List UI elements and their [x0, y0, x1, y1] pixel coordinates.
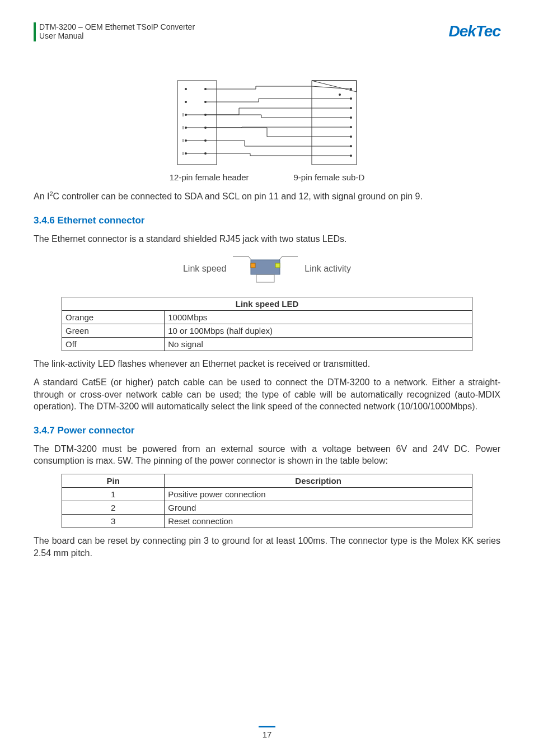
header-title: DTM-3200 – OEM Ethernet TSoIP Converter	[39, 22, 195, 31]
link-activity-label: Link activity	[305, 264, 351, 274]
header-subtitle: User Manual	[39, 31, 195, 40]
led-color: Orange	[62, 310, 165, 324]
i2c-paragraph: An I2C controller can be connected to SD…	[34, 190, 500, 203]
svg-rect-31	[275, 263, 280, 268]
page-number: 17	[0, 730, 534, 739]
caption-right: 9-pin female sub-D	[294, 172, 365, 182]
led-color: Green	[62, 324, 165, 337]
svg-rect-1	[312, 81, 357, 165]
ethernet-intro: The Ethernet connector is a standard shi…	[34, 233, 500, 245]
diagram-captions: 12-pin female header 9-pin female sub-D	[34, 172, 500, 182]
power-pin-table: Pin Description 1 Positive power connect…	[62, 474, 472, 528]
led-color: Off	[62, 337, 165, 351]
rj45-diagram-row: Link speed Link activity	[34, 252, 500, 286]
svg-point-5	[185, 101, 187, 103]
i2c-prefix: An I	[34, 192, 49, 201]
cat5e-paragraph: A standard Cat5E (or higher) patch cable…	[34, 376, 500, 413]
svg-rect-29	[256, 274, 274, 282]
led-meaning: No signal	[165, 337, 472, 351]
link-speed-led-table: Link speed LED Orange 1000Mbps Green 10 …	[62, 297, 472, 351]
page-footer: 17	[0, 726, 534, 739]
reset-paragraph: The board can be reset by connecting pin…	[34, 535, 500, 559]
led-meaning: 10 or 100Mbps (half duplex)	[165, 324, 472, 337]
led-meaning: 1000Mbps	[165, 310, 472, 324]
i2c-rest: C controller can be connected to SDA and…	[53, 192, 423, 201]
header-left: DTM-3200 – OEM Ethernet TSoIP Converter …	[34, 22, 195, 41]
svg-point-23	[339, 94, 341, 96]
table-row: Off No signal	[62, 337, 472, 351]
pin-number: 3	[62, 515, 165, 528]
pin-desc: Reset connection	[165, 515, 472, 528]
led-table-header: Link speed LED	[62, 297, 472, 310]
desc-header: Description	[165, 474, 472, 488]
header-accent-bar	[34, 22, 36, 41]
svg-rect-30	[251, 263, 255, 268]
table-row: 2 Ground	[62, 501, 472, 515]
table-row: Orange 1000Mbps	[62, 310, 472, 324]
section-power-heading: 3.4.7 Power connector	[34, 425, 500, 436]
table-row: 1 Positive power connection	[62, 488, 472, 501]
table-row: Green 10 or 100Mbps (half duplex)	[62, 324, 472, 337]
power-intro: The DTM-3200 must be powered from an ext…	[34, 443, 500, 467]
rj45-icon	[232, 252, 299, 286]
pin-header: Pin	[62, 474, 165, 488]
link-speed-label: Link speed	[183, 264, 226, 274]
section-ethernet-heading: 3.4.6 Ethernet connector	[34, 215, 500, 226]
footer-accent-line	[259, 726, 275, 727]
table-row: 3 Reset connection	[62, 515, 472, 528]
dektec-logo: DekTec	[448, 22, 500, 40]
pin-desc: Positive power connection	[165, 488, 472, 501]
link-activity-paragraph: The link-activity LED flashes whenever a…	[34, 358, 500, 370]
page-header: DTM-3200 – OEM Ethernet TSoIP Converter …	[34, 22, 500, 41]
caption-left: 12-pin female header	[170, 172, 249, 182]
pin-number: 2	[62, 501, 165, 515]
pin-number: 1	[62, 488, 165, 501]
pin-desc: Ground	[165, 501, 472, 515]
svg-marker-2	[312, 81, 357, 92]
connector-wiring-svg	[172, 75, 362, 170]
svg-point-3	[185, 88, 187, 90]
connector-wiring-diagram	[34, 75, 500, 170]
